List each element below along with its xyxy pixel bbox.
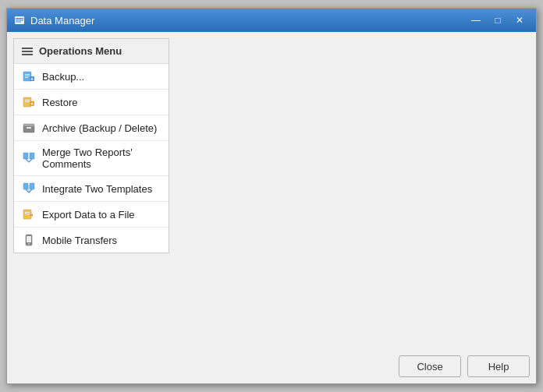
merge-icon [22,151,36,165]
svg-rect-18 [23,183,28,189]
title-bar: Data Manager — □ ✕ [7,9,536,32]
menu-item-export[interactable]: Export Data to a File [14,202,169,228]
svg-rect-5 [25,74,30,75]
help-button[interactable]: Help [467,355,530,377]
backup-icon [22,69,36,83]
archive-label: Archive (Backup / Delete) [42,122,157,134]
maximize-button[interactable]: □ [488,12,508,28]
menu-header-label: Operations Menu [39,45,122,57]
restore-icon [22,95,36,109]
integrate-label: Integrate Two Templates [42,183,152,195]
close-window-button[interactable]: ✕ [509,12,530,28]
svg-rect-23 [25,214,30,214]
window-controls: — □ ✕ [466,12,530,28]
content-area: Operations Menu Backup... [7,32,536,349]
svg-rect-2 [16,20,23,21]
mobile-icon [22,233,36,247]
footer: Close Help [7,349,536,383]
mobile-label: Mobile Transfers [42,235,117,246]
svg-rect-3 [16,22,21,23]
svg-rect-14 [23,124,34,126]
export-label: Export Data to a File [42,209,135,221]
svg-rect-17 [30,153,34,159]
menu-item-backup[interactable]: Backup... [14,64,169,90]
menu-item-integrate[interactable]: Integrate Two Templates [14,176,169,202]
menu-item-restore[interactable]: Restore [14,90,169,115]
svg-rect-7 [25,77,28,78]
operations-menu: Operations Menu Backup... [13,38,169,253]
restore-label: Restore [42,97,78,108]
svg-rect-13 [23,125,34,132]
menu-header-icon [22,48,33,55]
svg-rect-11 [25,101,30,102]
svg-rect-15 [27,127,31,129]
menu-header: Operations Menu [14,39,169,64]
svg-rect-10 [25,100,30,101]
svg-rect-1 [16,18,23,19]
main-window: Data Manager — □ ✕ Operations Menu [6,8,537,384]
backup-label: Backup... [42,71,84,83]
menu-item-merge[interactable]: Merge Two Reports' Comments [14,141,169,176]
window-icon [13,14,26,26]
menu-item-mobile[interactable]: Mobile Transfers [14,228,169,253]
svg-rect-22 [25,212,30,213]
svg-rect-25 [27,236,31,242]
svg-rect-16 [23,153,28,159]
merge-label: Merge Two Reports' Comments [42,147,161,170]
svg-rect-6 [25,76,30,76]
svg-point-26 [28,243,30,245]
menu-item-archive[interactable]: Archive (Backup / Delete) [14,115,169,141]
window-title: Data Manager [30,15,466,26]
integrate-icon [22,182,36,196]
export-icon [22,207,36,221]
archive-icon [22,121,36,135]
minimize-button[interactable]: — [466,12,486,28]
close-button[interactable]: Close [399,355,461,377]
svg-rect-19 [30,183,34,189]
